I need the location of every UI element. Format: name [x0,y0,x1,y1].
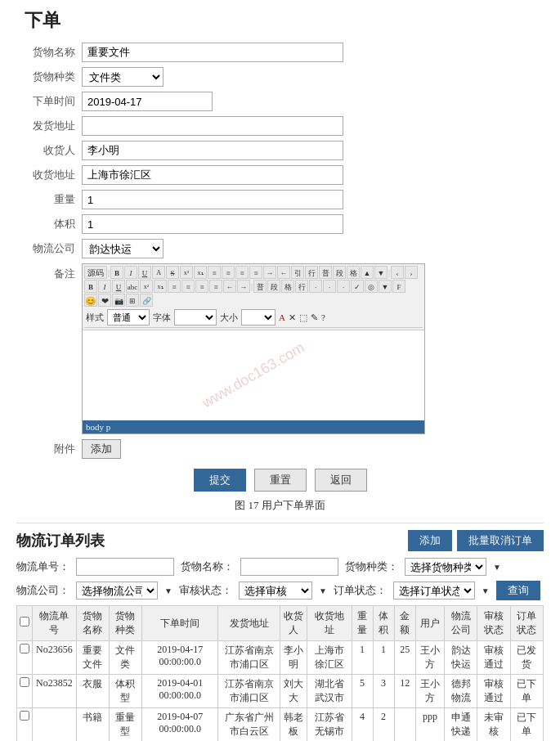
outdent2-icon[interactable]: ≡ [209,280,222,293]
cargo-name-input[interactable] [82,43,343,62]
indent-icon[interactable]: → [263,266,276,279]
sub2-icon[interactable]: x₁ [154,280,167,293]
align-right-icon[interactable]: ≡ [235,266,249,279]
underline2-icon[interactable]: U [112,280,125,293]
strikethrough-icon[interactable]: S [166,266,179,279]
row-check[interactable] [17,641,33,675]
send-addr-input[interactable] [82,116,343,136]
row-check[interactable] [17,708,33,742]
recv-addr-input[interactable] [82,165,343,185]
circle-icon[interactable]: ◎ [365,280,378,293]
dot1-icon[interactable]: · [309,280,322,293]
dot2-icon[interactable]: · [323,280,336,293]
link-icon[interactable]: 🔗 [140,294,153,307]
batch-cancel-button[interactable]: 批量取消订单 [457,530,544,551]
strikethrough2-icon[interactable]: abc [126,280,139,293]
subscript-icon[interactable]: x₁ [194,266,207,279]
cargo-type-search-select[interactable]: 选择货物种类 [405,558,486,576]
format-h-icon[interactable]: 段 [267,280,280,293]
logistics-company-select[interactable]: 韵达快运 [82,239,164,258]
undo-icon[interactable]: ← [223,280,236,293]
ol-icon[interactable]: ≡ [168,280,181,293]
color-down-icon[interactable]: ▼ [374,266,388,279]
dropdown-icon[interactable]: ▼ [379,280,392,293]
style-select[interactable]: 普通 [107,309,150,326]
table-body: No23656 重要文件 文件类 2019-04-17 00:00:00.0 江… [17,641,544,742]
table-row: 书籍 重量型 2019-04-07 00:00:00.0 广东省广州市白云区 韩… [17,708,544,742]
cargo-name-row: 货物名称 [16,43,544,62]
cargo-name-search-input[interactable] [240,558,338,576]
check-icon[interactable]: ✓ [351,280,364,293]
volume-input[interactable] [82,214,343,234]
underline-icon[interactable]: U [138,266,151,279]
align-justify-icon[interactable]: ≡ [249,266,262,279]
weight-input[interactable] [82,190,343,209]
format-s-icon[interactable]: 格 [281,280,294,293]
linespace-icon[interactable]: 行 [295,280,308,293]
align-center-icon[interactable]: ≡ [222,266,235,279]
order-status-search-select[interactable]: 选择订单状态 [393,582,475,600]
font-select[interactable] [174,309,217,326]
submit-button[interactable]: 提交 [194,469,246,492]
source-btn[interactable]: 源码 [84,266,107,279]
img-icon[interactable]: 📷 [112,294,125,307]
lineheight-icon[interactable]: 行 [305,266,318,279]
query-button[interactable]: 查询 [496,581,540,600]
back-button[interactable]: 返回 [315,469,367,492]
col-receiver: 收货人 [280,606,307,641]
font-color-icon[interactable]: A [152,266,165,279]
row-cargo-type: 体积型 [109,675,141,708]
super2-icon[interactable]: x² [140,280,153,293]
paragraph-icon[interactable]: 普 [319,266,332,279]
align-left-icon[interactable]: ≡ [208,266,221,279]
editor-body[interactable]: www.doc163.com [83,330,424,420]
format-x-btn[interactable]: ✕ [289,312,296,323]
next-icon[interactable]: › [405,266,418,279]
row-send-addr: 江苏省南京市浦口区 [218,641,280,675]
format-p-icon[interactable]: 普 [253,280,267,293]
italic-icon[interactable]: I [124,266,137,279]
cargo-type-select[interactable]: 文件类 [82,67,164,87]
size-select[interactable] [241,309,276,326]
order-time-input[interactable] [82,92,213,111]
format-edit-btn[interactable]: ✎ [311,312,318,323]
table-icon[interactable]: ⊞ [126,294,139,307]
audit-status-search-select[interactable]: 选择审核 [239,582,312,600]
smiley-icon[interactable]: 😊 [84,294,97,307]
row-checkbox-1[interactable] [20,677,29,687]
f-icon[interactable]: F [392,280,405,293]
bold2-icon[interactable]: B [84,280,97,293]
font-color-btn[interactable]: A [279,312,285,322]
superscript-icon[interactable]: x² [180,266,193,279]
logistics-no-search-input[interactable] [76,558,174,576]
format-expand-btn[interactable]: ⬚ [299,312,307,323]
send-addr-label: 发货地址 [16,119,82,133]
row-recv-addr: 上海市徐汇区 [307,641,352,675]
outdent-icon[interactable]: ← [277,266,290,279]
logistics-company-search-select[interactable]: 选择物流公司 [76,582,158,600]
indent2-icon[interactable]: ≡ [195,280,208,293]
italic2-icon[interactable]: I [98,280,111,293]
prev-icon[interactable]: ‹ [391,266,404,279]
attach-add-button[interactable]: 添加 [82,439,121,459]
bold-icon[interactable]: B [110,266,123,279]
heart-icon[interactable]: ❤ [98,294,111,307]
select-all-checkbox[interactable] [20,617,29,626]
ul-icon[interactable]: ≡ [181,280,195,293]
row-receiver: 李小明 [280,641,307,675]
reset-button[interactable]: 重置 [254,469,307,492]
row-checkbox-0[interactable] [20,644,29,653]
rich-text-editor[interactable]: 源码 | B I U A S x² x₁ ≡ ≡ ≡ ≡ → ← [82,263,425,434]
color-up-icon[interactable]: ▲ [361,266,374,279]
row-check[interactable] [17,675,33,708]
redo-icon[interactable]: → [237,280,250,293]
section-icon[interactable]: 段 [333,266,346,279]
style-icon[interactable]: 格 [347,266,360,279]
dot3-icon[interactable]: · [337,280,350,293]
receiver-input[interactable] [82,141,343,160]
add-order-button[interactable]: 添加 [408,530,452,551]
table-row: No23656 重要文件 文件类 2019-04-17 00:00:00.0 江… [17,641,544,675]
row-checkbox-2[interactable] [20,711,29,721]
format-help-btn[interactable]: ? [321,312,325,322]
blockquote-icon[interactable]: 引 [291,266,304,279]
